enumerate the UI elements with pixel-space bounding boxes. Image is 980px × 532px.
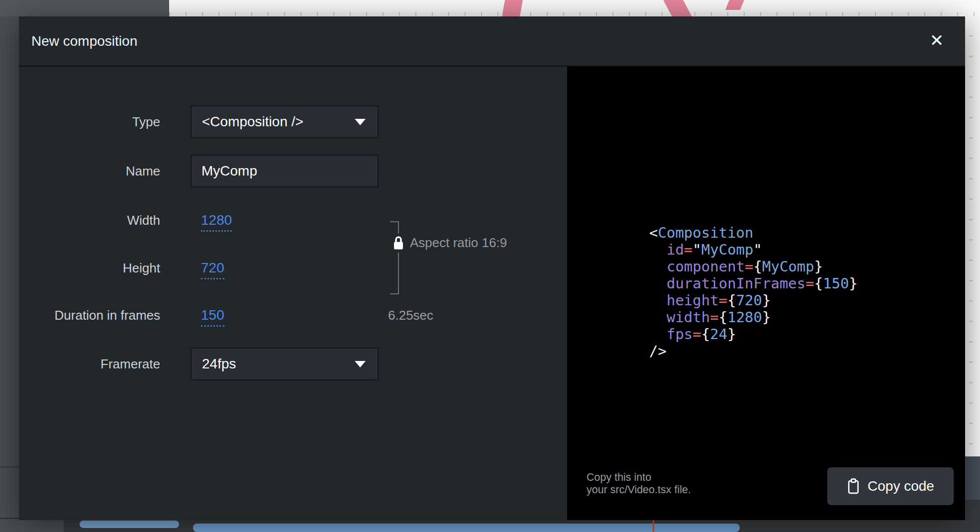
- code-token: }: [762, 309, 771, 326]
- timeline-track-bar: [193, 524, 740, 532]
- code-token: ": [692, 241, 701, 258]
- code-line: component={MyComp}: [649, 258, 858, 275]
- code-block: <Composition id="MyComp" component={MyCo…: [649, 224, 858, 359]
- code-token: =: [805, 275, 814, 292]
- code-token: {: [727, 292, 736, 309]
- code-token: Composition: [658, 224, 753, 241]
- aspect-ratio-bracket: [398, 221, 399, 294]
- aspect-lock-button[interactable]: [391, 234, 406, 253]
- code-token: {: [701, 326, 710, 343]
- canvas-artwork-stroke: [502, 0, 523, 16]
- code-token: }: [762, 292, 771, 309]
- code-token: }: [814, 258, 823, 275]
- code-token: ": [754, 241, 762, 258]
- height-label: Height: [29, 252, 160, 284]
- code-token: [649, 275, 667, 292]
- code-token: component: [667, 258, 745, 275]
- code-line: durationInFrames={150}: [649, 275, 858, 292]
- framerate-select[interactable]: 24fps: [191, 348, 379, 380]
- timeline-playhead: [653, 520, 654, 532]
- code-token: width: [667, 309, 710, 326]
- close-button[interactable]: ✕: [923, 25, 951, 55]
- name-input[interactable]: [191, 155, 379, 187]
- code-token: [649, 309, 667, 326]
- aspect-ratio-bracket-bottom: [390, 293, 398, 294]
- copy-hint-text: Copy this into your src/Video.tsx file.: [587, 471, 691, 496]
- code-token: }: [727, 326, 736, 343]
- code-line: height={720}: [649, 292, 858, 309]
- height-value-link[interactable]: 720: [201, 252, 224, 284]
- aspect-ratio-bracket-top: [390, 221, 398, 222]
- background-panel-edge: [965, 456, 980, 500]
- duration-seconds-text: 6.25sec: [388, 299, 433, 332]
- code-token: {: [719, 309, 727, 326]
- code-token: [649, 292, 667, 309]
- code-line: id="MyComp": [649, 241, 858, 258]
- background-divider: [0, 466, 19, 468]
- code-token: {: [814, 275, 823, 292]
- code-token: [649, 258, 667, 275]
- height-value: 720: [201, 260, 224, 279]
- close-icon: ✕: [930, 32, 944, 49]
- duration-value: 150: [201, 307, 224, 327]
- code-token: }: [849, 275, 858, 292]
- code-token: [649, 241, 667, 258]
- code-token: =: [719, 292, 727, 309]
- background-timeline-edge: [965, 500, 980, 532]
- code-line: width={1280}: [649, 309, 858, 326]
- copy-code-label: Copy code: [868, 478, 934, 494]
- chevron-down-icon: [355, 361, 366, 367]
- new-composition-dialog: New composition ✕ Type <Composition /> N…: [19, 16, 965, 520]
- code-token: fps: [667, 326, 692, 343]
- type-select[interactable]: <Composition />: [191, 105, 379, 138]
- code-preview-panel: <Composition id="MyComp" component={MyCo…: [567, 67, 965, 520]
- dialog-title: New composition: [31, 16, 137, 66]
- name-label: Name: [29, 155, 160, 187]
- code-token: 150: [823, 275, 849, 292]
- screen: New composition ✕ Type <Composition /> N…: [0, 0, 980, 532]
- code-line: fps={24}: [649, 326, 858, 343]
- width-value-link[interactable]: 1280: [201, 204, 232, 237]
- framerate-select-value: 24fps: [202, 356, 355, 372]
- lock-icon: [392, 236, 404, 251]
- background-timeline-corner: [19, 520, 64, 532]
- copy-code-button[interactable]: Copy code: [827, 467, 954, 505]
- clipboard-icon: [847, 478, 860, 495]
- background-divider: [0, 518, 19, 519]
- dialog-title-bar: New composition ✕: [19, 16, 965, 66]
- background-topbar: [0, 0, 169, 16]
- code-token: MyComp: [701, 241, 754, 258]
- code-token: height: [667, 292, 719, 309]
- timeline-ruler: [169, 12, 980, 16]
- type-label: Type: [29, 105, 160, 138]
- code-token: id: [667, 241, 684, 258]
- timeline-track-pill: [80, 521, 179, 528]
- framerate-label: Framerate: [29, 348, 160, 380]
- code-line: <Composition: [649, 224, 858, 241]
- code-token: =: [745, 258, 753, 275]
- code-token: =: [684, 241, 692, 258]
- copy-hint-line1: Copy this into: [587, 471, 691, 484]
- chevron-down-icon: [355, 119, 366, 125]
- width-value: 1280: [201, 212, 232, 232]
- aspect-ratio-text: Aspect ratio 16:9: [410, 226, 507, 259]
- code-token: {: [754, 258, 762, 275]
- code-token: =: [692, 326, 701, 343]
- code-token: MyComp: [762, 258, 814, 275]
- background-sidebar: [0, 16, 19, 532]
- background-canvas-dots: [969, 16, 973, 456]
- code-token: />: [649, 343, 667, 359]
- code-token: 24: [710, 326, 727, 343]
- width-label: Width: [29, 204, 160, 237]
- duration-label: Duration in frames: [29, 299, 160, 332]
- copy-hint-line2: your src/Video.tsx file.: [587, 484, 691, 496]
- type-select-value: <Composition />: [202, 114, 355, 130]
- code-line: />: [649, 343, 858, 359]
- code-token: 720: [736, 292, 762, 309]
- code-token: 1280: [727, 309, 762, 326]
- duration-value-link[interactable]: 150: [201, 299, 224, 332]
- code-token: =: [710, 309, 718, 326]
- code-token: durationInFrames: [667, 275, 805, 292]
- code-token: <: [649, 224, 658, 241]
- code-token: [649, 326, 667, 343]
